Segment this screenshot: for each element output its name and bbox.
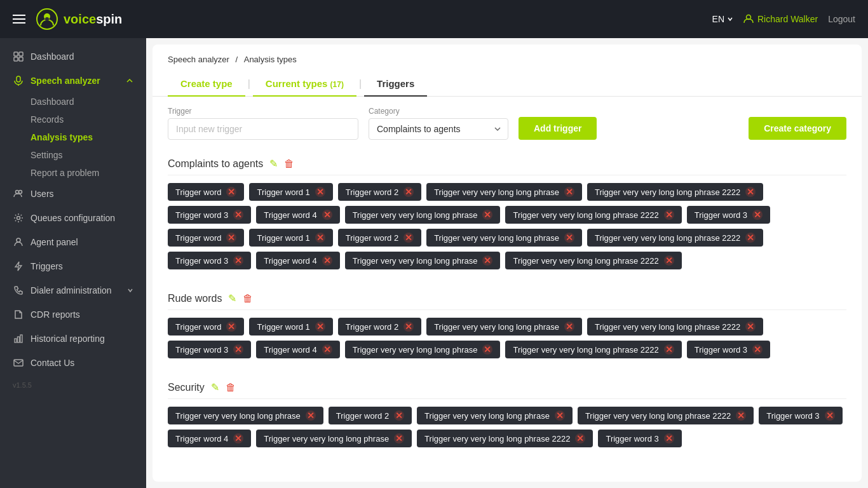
category-header-rude-words: Rude words✎🗑 bbox=[168, 285, 846, 310]
categories-list: Complaints to agents✎🗑Trigger word✕Trigg… bbox=[153, 150, 862, 482]
remove-trigger-button[interactable]: ✕ bbox=[664, 344, 674, 355]
language-selector[interactable]: EN bbox=[712, 14, 733, 24]
sidebar-item-historical[interactable]: Historical reporting bbox=[0, 327, 146, 351]
category-name-rude-words: Rude words bbox=[168, 293, 222, 304]
category-section-rude-words: Rude words✎🗑Trigger word✕Trigger word 1✕… bbox=[168, 285, 846, 358]
trigger-tag-label: Trigger very very long long phrase 2222 bbox=[595, 322, 740, 332]
remove-trigger-button[interactable]: ✕ bbox=[226, 187, 236, 197]
tab-create-type[interactable]: Create type bbox=[168, 72, 245, 97]
sidebar-item-dialer[interactable]: Dialer administration bbox=[0, 278, 146, 302]
remove-trigger-button[interactable]: ✕ bbox=[825, 410, 835, 421]
remove-trigger-button[interactable]: ✕ bbox=[403, 322, 414, 332]
sidebar-sub-analysis-types[interactable]: Analysis types bbox=[0, 128, 146, 146]
trigger-tag-label: Trigger word 2 bbox=[346, 187, 398, 197]
remove-trigger-button[interactable]: ✕ bbox=[226, 322, 236, 332]
sidebar-item-triggers[interactable]: Triggers bbox=[0, 254, 146, 278]
mic-icon bbox=[13, 75, 24, 86]
trigger-tag: Trigger word 2✕ bbox=[338, 318, 421, 336]
add-trigger-button[interactable]: Add trigger bbox=[519, 117, 597, 140]
trigger-tag: Trigger word 3✕ bbox=[168, 252, 251, 269]
sidebar-item-dashboard[interactable]: Dashboard bbox=[0, 44, 146, 69]
svg-rect-8 bbox=[17, 76, 20, 82]
sidebar-item-agent-panel[interactable]: Agent panel bbox=[0, 230, 146, 254]
svg-marker-14 bbox=[15, 262, 22, 271]
delete-category-rude-words[interactable]: 🗑 bbox=[243, 293, 253, 304]
svg-point-13 bbox=[17, 238, 20, 242]
remove-trigger-button[interactable]: ✕ bbox=[664, 210, 674, 220]
trigger-tag-label: Trigger very very long long phrase 2222 bbox=[513, 345, 658, 355]
sidebar-item-contact-us[interactable]: Contact Us bbox=[0, 351, 146, 375]
sidebar-sub-report-problem[interactable]: Report a problem bbox=[0, 164, 146, 182]
remove-trigger-button[interactable]: ✕ bbox=[403, 233, 414, 243]
sidebar-item-users[interactable]: Users bbox=[0, 182, 146, 206]
sidebar-sub-records[interactable]: Records bbox=[0, 111, 146, 128]
remove-trigger-button[interactable]: ✕ bbox=[736, 410, 746, 421]
edit-category-complaints[interactable]: ✎ bbox=[269, 158, 278, 170]
remove-trigger-button[interactable]: ✕ bbox=[564, 187, 574, 197]
tab-triggers[interactable]: Triggers bbox=[364, 72, 427, 97]
remove-trigger-button[interactable]: ✕ bbox=[482, 210, 492, 220]
remove-trigger-button[interactable]: ✕ bbox=[745, 322, 756, 332]
trigger-tag-label: Trigger very very long long phrase 2222 bbox=[513, 256, 658, 266]
trigger-tag-label: Trigger word 2 bbox=[346, 233, 398, 243]
remove-trigger-button[interactable]: ✕ bbox=[322, 344, 332, 355]
remove-trigger-button[interactable]: ✕ bbox=[306, 410, 316, 421]
sidebar-sub-dashboard[interactable]: Dashboard bbox=[0, 93, 146, 111]
trigger-tag: Trigger word✕ bbox=[168, 229, 244, 247]
remove-trigger-button[interactable]: ✕ bbox=[564, 233, 574, 243]
remove-trigger-button[interactable]: ✕ bbox=[322, 210, 332, 220]
remove-trigger-button[interactable]: ✕ bbox=[482, 255, 492, 266]
remove-trigger-button[interactable]: ✕ bbox=[322, 255, 332, 266]
remove-trigger-button[interactable]: ✕ bbox=[752, 210, 763, 220]
edit-category-security[interactable]: ✎ bbox=[211, 381, 219, 393]
category-select[interactable]: Complaints to agents Rude words Security bbox=[369, 118, 508, 140]
trigger-tag: Trigger word 3✕ bbox=[687, 206, 770, 224]
remove-trigger-button[interactable]: ✕ bbox=[664, 433, 674, 444]
tab-divider-1: | bbox=[248, 78, 250, 90]
remove-trigger-button[interactable]: ✕ bbox=[233, 210, 243, 220]
hamburger-menu[interactable] bbox=[13, 15, 25, 24]
sidebar-item-queues[interactable]: Queues configuration bbox=[0, 206, 146, 230]
remove-trigger-button[interactable]: ✕ bbox=[564, 322, 574, 332]
remove-trigger-button[interactable]: ✕ bbox=[315, 187, 325, 197]
remove-trigger-button[interactable]: ✕ bbox=[394, 433, 404, 444]
remove-trigger-button[interactable]: ✕ bbox=[394, 410, 404, 421]
svg-rect-15 bbox=[15, 339, 17, 342]
remove-trigger-button[interactable]: ✕ bbox=[555, 410, 565, 421]
topbar: voicespin EN Richard Walker Logout bbox=[0, 0, 868, 38]
users-icon bbox=[13, 188, 24, 200]
remove-trigger-button[interactable]: ✕ bbox=[745, 187, 756, 197]
remove-trigger-button[interactable]: ✕ bbox=[233, 255, 243, 266]
svg-rect-5 bbox=[19, 52, 23, 56]
trigger-tag: Trigger very very long long phrase✕ bbox=[426, 183, 582, 201]
remove-trigger-button[interactable]: ✕ bbox=[226, 233, 236, 243]
trigger-tag: Trigger word 2✕ bbox=[338, 229, 421, 247]
remove-trigger-button[interactable]: ✕ bbox=[745, 233, 756, 243]
sidebar-sub-settings[interactable]: Settings bbox=[0, 146, 146, 164]
sidebar-item-speech-analyzer[interactable]: Speech analyzer bbox=[0, 69, 146, 93]
create-category-button[interactable]: Create category bbox=[749, 117, 846, 140]
logout-button[interactable]: Logout bbox=[828, 14, 855, 24]
trigger-tag: Trigger word✕ bbox=[168, 183, 244, 201]
remove-trigger-button[interactable]: ✕ bbox=[575, 433, 585, 444]
trigger-input[interactable] bbox=[168, 118, 358, 140]
remove-trigger-button[interactable]: ✕ bbox=[403, 187, 414, 197]
remove-trigger-button[interactable]: ✕ bbox=[482, 344, 492, 355]
edit-category-rude-words[interactable]: ✎ bbox=[228, 292, 236, 304]
trigger-tag-label: Trigger word 1 bbox=[257, 187, 309, 197]
user-menu[interactable]: Richard Walker bbox=[743, 14, 818, 24]
trigger-tag: Trigger very very long long phrase✕ bbox=[345, 341, 501, 358]
remove-trigger-button[interactable]: ✕ bbox=[752, 344, 763, 355]
remove-trigger-button[interactable]: ✕ bbox=[233, 344, 243, 355]
remove-trigger-button[interactable]: ✕ bbox=[664, 255, 674, 266]
delete-category-complaints[interactable]: 🗑 bbox=[284, 158, 294, 170]
trigger-tag: Trigger very very long long phrase✕ bbox=[168, 407, 323, 424]
trigger-input-group: Trigger bbox=[168, 107, 358, 140]
remove-trigger-button[interactable]: ✕ bbox=[233, 433, 243, 444]
sidebar-item-cdr-reports[interactable]: CDR reports bbox=[0, 302, 146, 327]
delete-category-security[interactable]: 🗑 bbox=[226, 382, 236, 393]
remove-trigger-button[interactable]: ✕ bbox=[315, 233, 325, 243]
trigger-tag-label: Trigger very very long long phrase bbox=[175, 411, 301, 421]
remove-trigger-button[interactable]: ✕ bbox=[315, 322, 325, 332]
tab-current-types[interactable]: Current types (17) bbox=[253, 72, 356, 97]
